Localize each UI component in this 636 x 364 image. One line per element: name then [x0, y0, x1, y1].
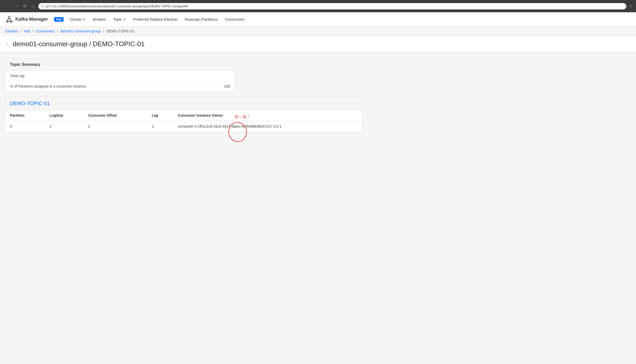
- home-button[interactable]: ⌂: [30, 3, 36, 9]
- summary-row-partitions: % of Partitions assigned to a consumer i…: [5, 81, 235, 91]
- summary-row-total-lag: Total Lag: [5, 71, 235, 81]
- bookmark-icon[interactable]: ☆: [629, 3, 633, 9]
- svg-point-0: [8, 16, 10, 18]
- total-lag-label: Total Lag: [10, 74, 25, 78]
- topic-detail-section: DEMO-TOPIC-01 有一条！ Partition LogSize Con…: [5, 97, 362, 132]
- topic-summary-header: Topic Summary: [5, 59, 235, 71]
- lock-icon: ●: [42, 4, 44, 8]
- breadcrumb: Clusters / test / Consumers / demo01-con…: [0, 27, 636, 36]
- col-logsize: LogSize: [45, 110, 83, 121]
- navbar: Kafka Manager test Cluster ▼ Brokers Top…: [0, 12, 636, 27]
- nav-links: Cluster ▼ Brokers Topic ▼ Preferred Repl…: [70, 17, 244, 21]
- svg-line-3: [7, 18, 9, 20]
- back-button[interactable]: ←: [3, 3, 11, 9]
- topic-section-header: DEMO-TOPIC-01: [5, 97, 362, 110]
- cell-logsize: 2: [45, 121, 83, 132]
- breadcrumb-clusters[interactable]: Clusters: [5, 29, 18, 33]
- topic-summary-card: Topic Summary Total Lag % of Partitions …: [5, 58, 235, 92]
- breadcrumb-topic: DEMO-TOPIC-01: [106, 29, 134, 33]
- cluster-dropdown-arrow: ▼: [83, 18, 86, 21]
- table-row: 0 2 1 1 consumer-2-1f01c1c6-31c0-4017-8a…: [5, 121, 362, 132]
- nav-preferred-replica[interactable]: Preferred Replica Election: [133, 17, 177, 21]
- annotation-circle: [227, 120, 248, 143]
- forward-button[interactable]: →: [12, 3, 20, 9]
- cell-partition: 0: [5, 121, 45, 132]
- url-text: 127.0.0.1:9000/clusters/test/consumers/d…: [45, 4, 188, 8]
- cluster-badge: test: [54, 17, 64, 22]
- col-partition: Partition: [5, 110, 45, 121]
- svg-line-4: [9, 18, 11, 20]
- nav-cluster[interactable]: Cluster ▼: [70, 17, 85, 21]
- kafka-logo: [5, 15, 13, 23]
- col-lag: Lag: [147, 110, 173, 121]
- reload-button[interactable]: ⟳: [21, 3, 28, 9]
- topic-dropdown-arrow: ▼: [123, 18, 126, 21]
- cell-lag: 1: [147, 121, 173, 132]
- browser-chrome: ← → ⟳ ⌂ ● 127.0.0.1:9000/clusters/test/c…: [0, 0, 636, 12]
- breadcrumb-sep-3: /: [57, 29, 58, 33]
- nav-brokers[interactable]: Brokers: [93, 17, 106, 21]
- nav-consumers[interactable]: Consumers: [225, 17, 244, 21]
- nav-buttons: ← → ⟳ ⌂: [3, 3, 36, 9]
- brand: Kafka Manager: [5, 15, 48, 23]
- back-arrow[interactable]: ←: [5, 41, 10, 47]
- cell-consumer-offset: 1: [83, 121, 147, 132]
- annotation-text: 有一条！: [235, 114, 251, 120]
- topic-name-link[interactable]: DEMO-TOPIC-01: [10, 101, 50, 106]
- breadcrumb-consumers[interactable]: Consumers: [36, 29, 54, 33]
- partitions-value: 100: [224, 84, 230, 88]
- breadcrumb-consumer-group[interactable]: demo01-consumer-group: [60, 29, 101, 33]
- partitions-label: % of Partitions assigned to a consumer i…: [10, 84, 86, 88]
- partition-table: Partition LogSize Consumer Offset Lag Co…: [5, 110, 362, 132]
- table-header-row: Partition LogSize Consumer Offset Lag Co…: [5, 110, 362, 121]
- breadcrumb-test[interactable]: test: [24, 29, 30, 33]
- table-container: 有一条！ Partition LogSize Consumer Offset L…: [5, 110, 362, 132]
- nav-reassign-partitions[interactable]: Reassign Partitions: [185, 17, 218, 21]
- cell-owner: consumer-2-1f01c1c6-31c0-4017-8aea-44355…: [173, 121, 362, 132]
- breadcrumb-sep-1: /: [21, 29, 22, 33]
- brand-name: Kafka Manager: [15, 17, 48, 22]
- col-consumer-offset: Consumer Offset: [83, 110, 147, 121]
- breadcrumb-sep-4: /: [103, 29, 104, 33]
- svg-point-6: [227, 121, 248, 143]
- main-content: Topic Summary Total Lag % of Partitions …: [0, 52, 636, 364]
- address-bar[interactable]: ● 127.0.0.1:9000/clusters/test/consumers…: [38, 3, 626, 9]
- nav-topic[interactable]: Topic ▼: [113, 17, 126, 21]
- col-owner: Consumer Instance Owner: [173, 110, 362, 121]
- breadcrumb-sep-2: /: [33, 29, 34, 33]
- page-title: demo01-consumer-group / DEMO-TOPIC-01: [13, 40, 145, 48]
- topic-summary-body: Total Lag % of Partitions assigned to a …: [5, 71, 235, 91]
- page-header: ← demo01-consumer-group / DEMO-TOPIC-01: [0, 36, 636, 52]
